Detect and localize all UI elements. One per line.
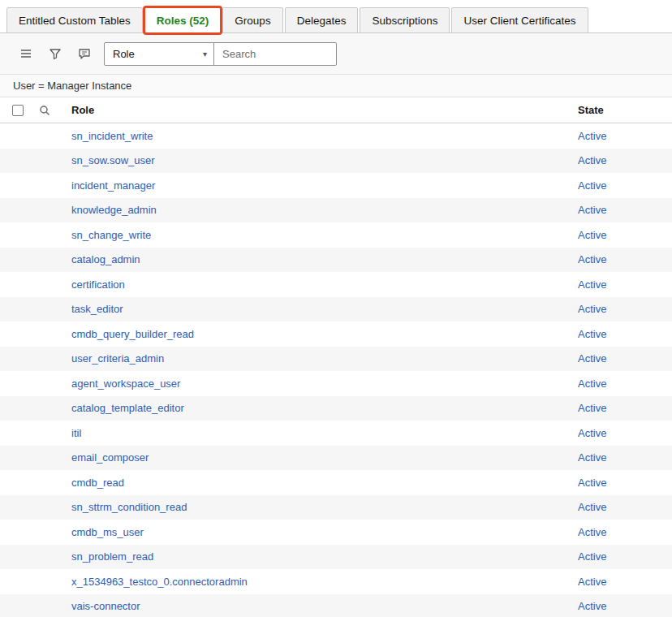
list-toolbar: Role ▾ bbox=[0, 33, 672, 75]
state-link[interactable]: Active bbox=[578, 352, 606, 365]
state-link[interactable]: Active bbox=[578, 600, 606, 612]
chevron-down-icon: ▾ bbox=[203, 50, 207, 58]
select-all-checkbox[interactable] bbox=[12, 105, 24, 116]
role-link[interactable]: sn_change_write bbox=[71, 229, 151, 241]
table-row[interactable]: cmdb_query_builder_read Active bbox=[0, 321, 672, 347]
table-row[interactable]: user_criteria_admin Active bbox=[0, 347, 672, 372]
state-link[interactable]: Active bbox=[578, 154, 606, 166]
activity-stream-button[interactable] bbox=[75, 44, 94, 63]
state-link[interactable]: Active bbox=[578, 130, 606, 142]
role-link[interactable]: catalog_admin bbox=[71, 253, 140, 265]
state-link[interactable]: Active bbox=[578, 501, 606, 513]
table-row[interactable]: catalog_template_editor Active bbox=[0, 396, 672, 421]
table-row[interactable]: certification Active bbox=[0, 272, 672, 297]
tab-roles[interactable]: Roles (52) bbox=[144, 7, 222, 33]
state-link[interactable]: Active bbox=[578, 378, 606, 390]
table-row[interactable]: sn_change_write Active bbox=[0, 222, 672, 248]
search-icon[interactable] bbox=[39, 105, 50, 116]
state-link[interactable]: Active bbox=[578, 253, 606, 265]
role-link[interactable]: sn_problem_read bbox=[71, 550, 153, 563]
table-row[interactable]: incident_manager Active bbox=[0, 173, 672, 198]
role-link[interactable]: knowledge_admin bbox=[71, 204, 157, 216]
state-link[interactable]: Active bbox=[578, 427, 606, 439]
state-link[interactable]: Active bbox=[578, 303, 606, 315]
tab-bar: Entitled Custom Tables Roles (52) Groups… bbox=[0, 0, 672, 33]
state-link[interactable]: Active bbox=[578, 451, 606, 464]
list-menu-icon bbox=[19, 47, 32, 60]
table-body: sn_incident_write Active sn_sow.sow_user… bbox=[0, 123, 672, 617]
role-link[interactable]: sn_incident_write bbox=[71, 130, 153, 142]
state-link[interactable]: Active bbox=[578, 550, 606, 563]
search-column-select[interactable]: Role ▾ bbox=[104, 42, 214, 66]
tab-delegates[interactable]: Delegates bbox=[285, 7, 359, 33]
state-link[interactable]: Active bbox=[578, 229, 606, 241]
table-row[interactable]: itil Active bbox=[0, 421, 672, 446]
table-row[interactable]: cmdb_ms_user Active bbox=[0, 520, 672, 545]
table-header: Role State bbox=[0, 97, 672, 123]
tab-user-client-certificates[interactable]: User Client Certificates bbox=[451, 7, 588, 33]
search-column-value: Role bbox=[113, 48, 135, 60]
table-row[interactable]: task_editor Active bbox=[0, 297, 672, 322]
table-row[interactable]: email_composer Active bbox=[0, 446, 672, 471]
role-link[interactable]: cmdb_read bbox=[71, 477, 124, 489]
table-row[interactable]: sn_sow.sow_user Active bbox=[0, 149, 672, 174]
table-row[interactable]: x_1534963_testco_0.connectoradmin Active bbox=[0, 569, 672, 594]
tab-subscriptions[interactable]: Subscriptions bbox=[360, 7, 450, 33]
role-column-header[interactable]: Role bbox=[71, 104, 578, 116]
filter-breadcrumb-row: User = Manager Instance bbox=[0, 75, 672, 97]
table-row[interactable]: catalog_admin Active bbox=[0, 248, 672, 273]
role-link[interactable]: sn_sttrm_condition_read bbox=[71, 501, 187, 513]
role-link[interactable]: cmdb_ms_user bbox=[71, 526, 144, 538]
table-row[interactable]: agent_workspace_user Active bbox=[0, 371, 672, 396]
role-link[interactable]: certification bbox=[71, 278, 125, 291]
table-row[interactable]: sn_problem_read Active bbox=[0, 545, 672, 570]
state-link[interactable]: Active bbox=[578, 526, 606, 538]
filter-breadcrumb[interactable]: User = Manager Instance bbox=[13, 80, 131, 92]
state-link[interactable]: Active bbox=[578, 278, 606, 291]
role-link[interactable]: user_criteria_admin bbox=[71, 352, 164, 365]
state-link[interactable]: Active bbox=[578, 328, 606, 340]
search-input[interactable] bbox=[213, 42, 337, 66]
role-link[interactable]: task_editor bbox=[71, 303, 123, 315]
state-link[interactable]: Active bbox=[578, 204, 606, 216]
state-link[interactable]: Active bbox=[578, 402, 606, 414]
state-link[interactable]: Active bbox=[578, 477, 606, 489]
table-row[interactable]: vais-connector Active bbox=[0, 594, 672, 617]
role-link[interactable]: vais-connector bbox=[71, 600, 140, 612]
role-link[interactable]: itil bbox=[71, 427, 81, 439]
table-row[interactable]: cmdb_read Active bbox=[0, 470, 672, 495]
filter-button[interactable] bbox=[45, 44, 65, 63]
role-link[interactable]: x_1534963_testco_0.connectoradmin bbox=[71, 576, 248, 588]
chat-bubble-icon bbox=[78, 47, 91, 60]
tab-entitled-custom-tables[interactable]: Entitled Custom Tables bbox=[6, 7, 143, 33]
table-row[interactable]: sn_incident_write Active bbox=[0, 123, 672, 149]
role-link[interactable]: agent_workspace_user bbox=[71, 378, 180, 390]
state-column-header[interactable]: State bbox=[578, 104, 672, 116]
tab-groups[interactable]: Groups bbox=[222, 7, 282, 33]
role-link[interactable]: cmdb_query_builder_read bbox=[71, 328, 194, 340]
role-link[interactable]: catalog_template_editor bbox=[71, 402, 184, 414]
list-menu-button[interactable] bbox=[16, 44, 36, 63]
role-link[interactable]: sn_sow.sow_user bbox=[71, 154, 155, 166]
table-row[interactable]: knowledge_admin Active bbox=[0, 198, 672, 223]
table-row[interactable]: sn_sttrm_condition_read Active bbox=[0, 495, 672, 520]
role-link[interactable]: email_composer bbox=[71, 451, 149, 464]
state-link[interactable]: Active bbox=[578, 179, 606, 192]
state-link[interactable]: Active bbox=[578, 576, 606, 588]
filter-funnel-icon bbox=[49, 47, 62, 60]
role-link[interactable]: incident_manager bbox=[71, 179, 155, 192]
